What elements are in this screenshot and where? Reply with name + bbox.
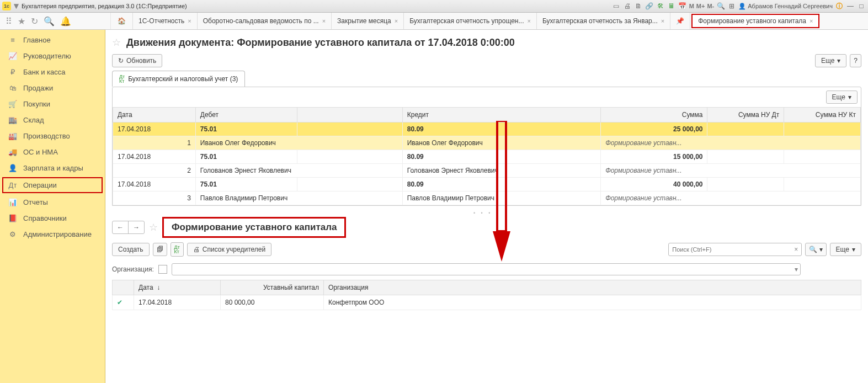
app-menu-icon[interactable]: ⯆: [13, 3, 19, 9]
more-button[interactable]: Еще ▾: [815, 54, 846, 67]
entries-grid[interactable]: ДатаДебетКредитСуммаСумма НУ ДтСумма НУ …: [113, 107, 861, 205]
mem-m[interactable]: M: [689, 3, 694, 9]
sidebar-item[interactable]: ⚙Администрирование: [0, 226, 105, 242]
sidebar: ≡Главное📈Руководителю₽Банк и касса🛍Прода…: [0, 30, 105, 383]
close-icon[interactable]: ×: [395, 18, 398, 24]
table-row[interactable]: 17.04.201875.0180.0925 000,00: [113, 123, 861, 136]
dtkt-button[interactable]: ДтКт: [171, 242, 184, 257]
org-checkbox[interactable]: [158, 265, 167, 274]
sidebar-item[interactable]: 🏭Производство: [0, 128, 105, 144]
bell-icon[interactable]: 🔔: [60, 16, 71, 26]
zoom-icon[interactable]: 🔍: [716, 2, 725, 10]
titlebar: 1c ⯆ Бухгалтерия предприятия, редакция 3…: [0, 0, 868, 13]
create-button[interactable]: Создать: [112, 243, 150, 256]
close-icon[interactable]: ×: [322, 18, 326, 24]
tab[interactable]: Бухгалтерская отчетность упрощен...×: [404, 13, 537, 29]
entries-panel: Еще ▾ ДатаДебетКредитСуммаСумма НУ ДтСум…: [112, 87, 861, 206]
link-icon[interactable]: 🔗: [645, 2, 654, 10]
sidebar-item[interactable]: 📈Руководителю: [0, 48, 105, 64]
nav-icon: 🏬: [8, 116, 18, 124]
tab[interactable]: Закрытие месяца×: [332, 13, 404, 29]
nav-icon: 🛍: [8, 84, 18, 92]
info-icon[interactable]: ⓘ: [835, 2, 844, 10]
tool-icon[interactable]: 🛠: [656, 2, 665, 10]
org-select[interactable]: ▾: [172, 263, 801, 275]
table-row[interactable]: 3Павлов Владимир ПетровичПавлов Владимир…: [113, 192, 861, 205]
star-icon[interactable]: ★: [18, 16, 25, 26]
search-button[interactable]: 🔍 ▾: [805, 243, 826, 256]
tab[interactable]: Формирование уставного капитала×: [691, 14, 819, 28]
fav-star-icon[interactable]: ☆: [112, 36, 121, 49]
nav-icon: ⚙: [8, 230, 18, 238]
print-icon[interactable]: 🖨: [623, 2, 632, 10]
table-row[interactable]: 2Голованов Эрнест ЯковлевичГолованов Эрн…: [113, 164, 861, 178]
nav-icon: Дт: [8, 181, 18, 189]
sidebar-item[interactable]: 👤Зарплата и кадры: [0, 160, 105, 176]
nav-icon: 🏭: [8, 132, 18, 140]
maximize-icon[interactable]: □: [857, 2, 866, 10]
table-row[interactable]: ✔ 17.04.2018 80 000,00 Конфетпром ООО: [113, 295, 861, 310]
window-icon[interactable]: ▭: [612, 2, 621, 10]
tab[interactable]: Бухгалтерская отчетность за Январ...×: [537, 13, 670, 29]
subtab-accounting[interactable]: ДтКтБухгалтерский и налоговый учет (3): [112, 71, 245, 87]
nav-icon: 📊: [8, 198, 18, 206]
close-icon[interactable]: ×: [528, 18, 531, 24]
search-box[interactable]: ×: [668, 243, 802, 256]
nav-icon: 🛒: [8, 100, 18, 108]
docs-grid[interactable]: Дата ↓ Уставный капитал Организация ✔ 17…: [112, 280, 861, 310]
sidebar-item[interactable]: ДтОперации: [2, 177, 103, 193]
org-label: Организация:: [112, 265, 154, 273]
nav-icon: ₽: [8, 68, 18, 76]
sidebar-item[interactable]: 🏬Склад: [0, 112, 105, 128]
app-title: Бухгалтерия предприятия, редакция 3.0 (1…: [22, 3, 187, 9]
more2-button[interactable]: Еще ▾: [826, 91, 858, 104]
posted-icon: ✔: [113, 295, 134, 310]
minimize-icon[interactable]: —: [846, 2, 855, 10]
nav-icon: 🚚: [8, 148, 18, 156]
tab-home[interactable]: 🏠: [111, 13, 133, 29]
nav-icon: 📈: [8, 52, 18, 60]
table-row[interactable]: 17.04.201875.0180.0940 000,00: [113, 178, 861, 192]
sidebar-item[interactable]: 📕Справочники: [0, 210, 105, 226]
search-clear-icon[interactable]: ×: [791, 246, 801, 253]
sidebar-item[interactable]: 🛒Покупки: [0, 96, 105, 112]
sidebar-item[interactable]: 📊Отчеты: [0, 194, 105, 210]
search-icon[interactable]: 🔍: [44, 16, 55, 26]
table-row[interactable]: 1Иванов Олег ФедоровичИванов Олег Федоро…: [113, 136, 861, 150]
tab[interactable]: 1С-Отчетность×: [133, 13, 198, 29]
table-row[interactable]: 17.04.201875.0180.0915 000,00: [113, 150, 861, 164]
logo-1c: 1c: [2, 2, 11, 10]
tabbar: ⠿ ★ ↻ 🔍 🔔 🏠 1С-Отчетность×Оборотно-сальд…: [0, 13, 868, 30]
nav-back-forward[interactable]: ←→: [112, 221, 145, 234]
calc-icon[interactable]: 🖩: [667, 2, 676, 10]
copy-button[interactable]: 🗐: [153, 243, 167, 256]
founders-list-button[interactable]: 🖨 Список учредителей: [187, 243, 271, 256]
refresh-button[interactable]: ↻ Обновить: [112, 54, 162, 67]
user-label[interactable]: 👤 Абрамов Геннадий Сергеевич: [738, 3, 833, 10]
splitter[interactable]: • • • •: [105, 210, 868, 215]
more3-button[interactable]: Еще ▾: [830, 243, 861, 256]
close-icon[interactable]: ×: [188, 18, 191, 24]
sidebar-item[interactable]: ₽Банк и касса: [0, 64, 105, 80]
nav-icon: 👤: [8, 164, 18, 172]
nav-icon: ≡: [8, 36, 18, 44]
mem-mp[interactable]: M+: [696, 3, 705, 9]
close-icon[interactable]: ×: [810, 18, 813, 24]
nav-icon: 📕: [8, 214, 18, 222]
history-icon[interactable]: ↻: [31, 16, 38, 26]
calendar-icon[interactable]: 📅: [678, 2, 687, 10]
doc-icon[interactable]: 🗎: [634, 2, 643, 10]
close-icon[interactable]: ×: [661, 18, 664, 24]
doc-title: Движения документа: Формирование уставно…: [126, 37, 515, 49]
search-input[interactable]: [669, 246, 791, 253]
help-button[interactable]: ?: [850, 54, 861, 67]
pin-icon[interactable]: 📌: [670, 13, 690, 29]
sidebar-item[interactable]: ≡Главное: [0, 32, 105, 48]
apps-icon[interactable]: ⠿: [6, 16, 12, 26]
sidebar-item[interactable]: 🚚ОС и НМА: [0, 144, 105, 160]
sidebar-item[interactable]: 🛍Продажи: [0, 80, 105, 96]
tab[interactable]: Оборотно-сальдовая ведомость по ...×: [198, 13, 332, 29]
fav-star2-icon[interactable]: ☆: [149, 221, 158, 233]
grid-icon[interactable]: ⊞: [727, 2, 736, 10]
mem-mm[interactable]: M-: [707, 3, 714, 9]
